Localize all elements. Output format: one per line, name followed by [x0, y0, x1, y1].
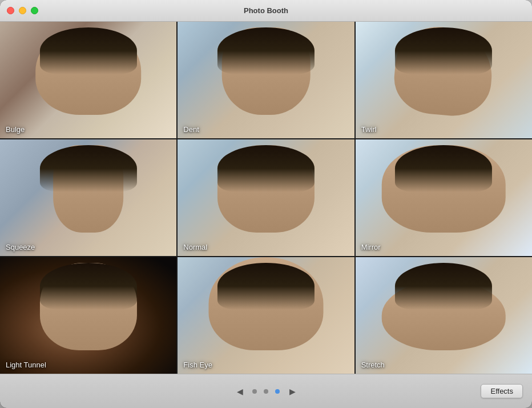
titlebar: Photo Booth: [0, 0, 532, 22]
effect-bulge[interactable]: Bulge: [0, 22, 176, 138]
effect-label-stretch: Stretch: [361, 361, 385, 369]
effect-label-tunnel: Light Tunnel: [6, 361, 46, 369]
photo-bg-bulge: [0, 22, 176, 138]
app-window: Photo Booth Bulge Dent Twirl Squeeze: [0, 0, 532, 408]
maximize-button[interactable]: [31, 7, 38, 14]
next-arrow[interactable]: ▶: [287, 386, 298, 397]
effect-label-squeeze: Squeeze: [6, 243, 35, 251]
pagination: ◀ ▶: [234, 386, 298, 397]
effect-label-normal: Normal: [183, 243, 207, 251]
traffic-lights: [7, 7, 38, 14]
photo-bg-squeeze: [0, 139, 176, 256]
photo-bg-tunnel: [0, 257, 176, 374]
page-dot-1[interactable]: [252, 389, 257, 394]
bottom-bar: ◀ ▶ Effects: [0, 374, 532, 408]
page-dot-2[interactable]: [264, 389, 268, 394]
main-content: Bulge Dent Twirl Squeeze Normal Mirror: [0, 22, 532, 408]
photo-bg-dent: [178, 22, 354, 138]
effect-dent[interactable]: Dent: [178, 22, 354, 138]
effect-normal[interactable]: Normal: [178, 139, 354, 256]
effect-label-bulge: Bulge: [6, 125, 25, 134]
photo-bg-mirror: [356, 139, 532, 256]
effect-tunnel[interactable]: Light Tunnel: [0, 257, 176, 374]
effect-label-fisheye: Fish Eye: [183, 361, 212, 369]
photo-bg-stretch: [356, 257, 532, 374]
window-title: Photo Booth: [244, 6, 288, 15]
photo-bg-fisheye: [178, 257, 354, 374]
close-button[interactable]: [7, 7, 14, 14]
effect-twirl[interactable]: Twirl: [356, 22, 532, 138]
effects-button[interactable]: Effects: [481, 384, 523, 398]
prev-arrow[interactable]: ◀: [234, 386, 245, 397]
effect-fisheye[interactable]: Fish Eye: [178, 257, 354, 374]
effects-grid: Bulge Dent Twirl Squeeze Normal Mirror: [0, 22, 532, 374]
photo-bg-twirl: [356, 22, 532, 138]
photo-bg-normal: [178, 139, 354, 256]
effect-mirror[interactable]: Mirror: [356, 139, 532, 256]
minimize-button[interactable]: [19, 7, 26, 14]
effect-label-mirror: Mirror: [361, 243, 381, 251]
effect-squeeze[interactable]: Squeeze: [0, 139, 176, 256]
page-dot-3[interactable]: [275, 389, 280, 394]
effect-stretch[interactable]: Stretch: [356, 257, 532, 374]
effect-label-twirl: Twirl: [361, 125, 377, 134]
effect-label-dent: Dent: [183, 125, 199, 134]
